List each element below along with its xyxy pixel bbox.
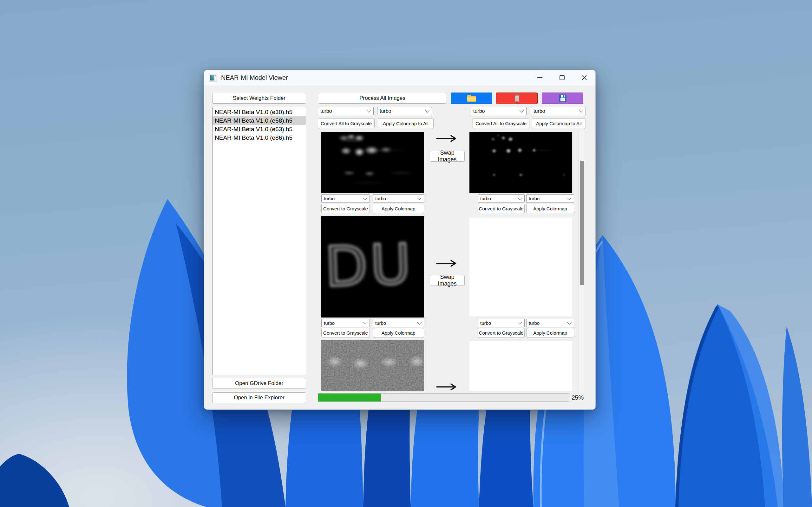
pair-2-left-apply-colormap-button[interactable]: Apply Colormap [373,328,424,337]
apply-colormap-all-button-left[interactable]: Apply Colormap to All [378,118,434,128]
scrollbar-thumb[interactable] [580,161,584,285]
vertical-scrollbar[interactable] [578,131,585,391]
window-title: NEAR-MI Model Viewer [221,74,288,81]
pair-1-right-colormap-select-2[interactable]: turbo [526,194,574,203]
weights-list-item[interactable]: NEAR-MI Beta V1.0 (e63).h5 [212,125,306,133]
chevron-down-icon [417,320,421,325]
global-right-colormap-select-2[interactable]: turbo [531,107,586,115]
chevron-down-icon [417,195,421,200]
folder-icon [467,94,477,102]
pair-2-right-colormap-select-1[interactable]: turbo [478,319,525,327]
handwritten-du-text: DU [324,232,415,299]
process-all-images-button[interactable]: Process All Images [318,93,447,104]
weights-list-item[interactable]: NEAR-MI Beta V1.0 (e30).h5 [212,108,306,116]
chevron-down-icon [518,195,522,200]
pair-2-right-apply-colormap-button[interactable]: Apply Colormap [526,328,574,337]
global-right-colormap-select-1[interactable]: turbo [471,107,526,115]
trash-icon [513,94,520,103]
pair-2-right-convert-grayscale-button[interactable]: Convert to Grayscale [478,328,525,337]
chevron-down-icon [425,108,429,112]
progress-bar [318,393,569,402]
pair-1-left-convert-grayscale-button[interactable]: Convert to Grayscale [321,204,370,213]
chevron-down-icon [518,320,522,325]
progress-fill [318,394,381,401]
convert-all-grayscale-button-right[interactable]: Convert All to Grayscale [473,118,529,128]
app-icon [209,73,217,82]
chevron-down-icon [567,320,571,325]
pair-1-source-image [321,132,424,193]
pair-2-output-image-empty [469,218,572,316]
close-button[interactable] [573,70,595,85]
save-button[interactable] [542,93,583,104]
weights-list-item[interactable]: NEAR-MI Beta V1.0 (e86).h5 [212,133,306,142]
pair-1-left-colormap-select-1[interactable]: turbo [321,194,370,203]
pair-3-output-image-empty [469,341,572,391]
weights-list-item-selected[interactable]: NEAR-MI Beta V1.0 (e58).h5 [212,116,306,125]
open-folder-button[interactable] [451,93,492,104]
image-canvas[interactable]: Swap Images turbo turbo Convert to Grays… [318,131,577,391]
pair-1-right-colormap-select-1[interactable]: turbo [478,194,525,203]
pair-1-right-apply-colormap-button[interactable]: Apply Colormap [526,204,574,213]
desktop-wallpaper: NEAR-MI Model Viewer Select Weights Fold… [0,0,812,507]
swap-images-button-1[interactable]: Swap Images [430,151,465,162]
chevron-down-icon [363,320,367,325]
delete-button[interactable] [496,93,538,104]
weights-listbox[interactable]: NEAR-MI Beta V1.0 (e30).h5 NEAR-MI Beta … [212,107,306,375]
titlebar: NEAR-MI Model Viewer [204,70,595,85]
arrow-right-icon [436,134,459,143]
pair-1-output-image [469,132,572,193]
swap-images-button-2[interactable]: Swap Images [430,275,465,286]
chevron-down-icon [567,195,571,200]
pair-2-source-image: DU [321,216,424,318]
open-file-explorer-button[interactable]: Open in File Explorer [212,392,306,403]
global-left-colormap-select-2[interactable]: turbo [377,107,432,115]
pair-2-right-colormap-select-2[interactable]: turbo [526,319,574,327]
open-gdrive-button[interactable]: Open GDrive Folder [212,378,306,389]
minimize-button[interactable] [529,70,551,85]
pair-2-left-convert-grayscale-button[interactable]: Convert to Grayscale [321,328,370,337]
chevron-down-icon [519,108,524,112]
apply-colormap-all-button-right[interactable]: Apply Colormap to All [532,118,586,128]
global-left-colormap-select-1[interactable]: turbo [318,107,374,115]
maximize-button[interactable] [551,70,573,85]
progress-label: 25% [571,393,583,402]
pair-2-left-colormap-select-1[interactable]: turbo [321,319,370,327]
chevron-down-icon [363,195,367,200]
pair-3-source-image [321,340,424,391]
convert-all-grayscale-button-left[interactable]: Convert All to Grayscale [318,118,374,128]
pair-1-left-colormap-select-2[interactable]: turbo [373,194,424,203]
floppy-icon [559,94,567,102]
chevron-down-icon [579,108,583,112]
arrow-right-icon [436,259,459,268]
arrow-right-icon [436,383,459,391]
app-window: NEAR-MI Model Viewer Select Weights Fold… [204,70,596,410]
pair-2-left-colormap-select-2[interactable]: turbo [373,319,424,327]
chevron-down-icon [367,108,371,112]
pair-1-left-apply-colormap-button[interactable]: Apply Colormap [373,204,424,213]
select-weights-folder-button[interactable]: Select Weights Folder [212,93,306,104]
pair-1-right-convert-grayscale-button[interactable]: Convert to Grayscale [478,204,525,213]
